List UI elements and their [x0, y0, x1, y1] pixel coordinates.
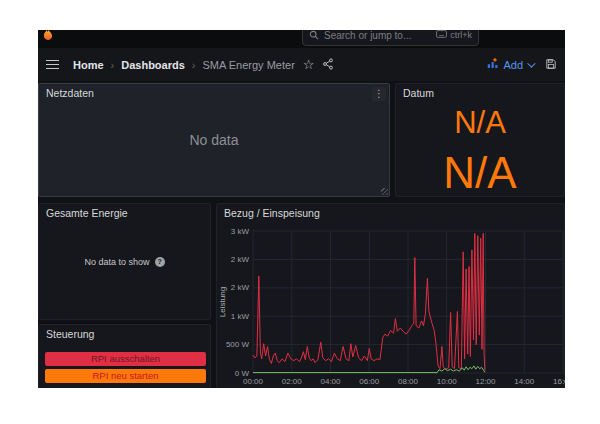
breadcrumb-separator: › — [111, 59, 115, 71]
breadcrumb-home[interactable]: Home — [73, 59, 104, 71]
breadcrumb-separator: › — [192, 59, 196, 71]
svg-text:16:00: 16:00 — [553, 377, 565, 386]
timeseries-chart[interactable]: 3 kW2 kW2 kW1 kW500 W0 W00:0002:0004:000… — [217, 204, 565, 388]
svg-text:14:00: 14:00 — [514, 377, 535, 386]
svg-text:500 W: 500 W — [226, 340, 250, 349]
svg-text:08:00: 08:00 — [398, 377, 419, 386]
svg-text:00:00: 00:00 — [243, 377, 264, 386]
add-panel-icon — [487, 58, 499, 71]
panel-datum: Datum N/A N/A — [395, 83, 565, 197]
svg-text:12:00: 12:00 — [475, 377, 496, 386]
rpi-restart-button[interactable]: RPI neu starten — [45, 369, 206, 383]
svg-text:2 kW: 2 kW — [231, 283, 250, 292]
keyboard-icon — [436, 30, 447, 40]
dashboard-canvas: Netzdaten ⋮ No data Datum N/A N/A Gesamt… — [38, 81, 565, 388]
grafana-logo-icon[interactable] — [41, 30, 55, 45]
svg-text:04:00: 04:00 — [320, 377, 341, 386]
breadcrumb: Home › Dashboards › SMA Energy Meter — [73, 59, 295, 71]
page-background: ctrl+k Home › Dashboards › SMA Energy Me… — [0, 0, 600, 424]
search-field[interactable] — [324, 30, 431, 41]
add-button[interactable]: Add — [487, 58, 533, 71]
no-data-message: No data — [39, 84, 389, 196]
control-buttons: RPI ausschalten RPI neu starten — [45, 352, 206, 383]
rpi-shutdown-button[interactable]: RPI ausschalten — [45, 352, 206, 366]
panel-bezug-einspeisung-title[interactable]: Bezug / Einspeisung — [217, 204, 564, 220]
stat-value-top: N/A — [396, 98, 564, 148]
search-icon — [309, 30, 319, 44]
svg-text:02:00: 02:00 — [282, 377, 303, 386]
no-data-to-show-message: No data to show — [84, 257, 149, 267]
help-icon[interactable]: ? — [155, 257, 165, 267]
chevron-down-icon — [527, 59, 535, 67]
stat-value-bottom: N/A — [396, 148, 564, 198]
svg-text:10:00: 10:00 — [437, 377, 458, 386]
nav-toolbar: Home › Dashboards › SMA Energy Meter ☆ A… — [38, 48, 565, 81]
svg-text:3 kW: 3 kW — [231, 227, 250, 236]
top-header: ctrl+k — [38, 30, 565, 48]
panel-gesamte-energie: Gesamte Energie No data to show ? — [38, 203, 211, 320]
panel-netzdaten: Netzdaten ⋮ No data — [38, 83, 390, 197]
search-shortcut-badge: ctrl+k — [436, 30, 472, 40]
stat-values: N/A N/A — [396, 98, 564, 198]
save-dashboard-icon[interactable] — [545, 58, 557, 72]
panel-steuerung-title[interactable]: Steuerung — [39, 325, 210, 341]
svg-text:Leistung: Leistung — [218, 287, 227, 317]
grafana-app: ctrl+k Home › Dashboards › SMA Energy Me… — [38, 30, 565, 388]
breadcrumb-current-dashboard: SMA Energy Meter — [202, 59, 294, 71]
favorite-star-icon[interactable]: ☆ — [303, 58, 315, 71]
svg-text:1 kW: 1 kW — [231, 312, 250, 321]
share-icon[interactable] — [322, 58, 334, 72]
panel-steuerung: Steuerung RPI ausschalten RPI neu starte… — [38, 324, 211, 388]
panel-bezug-einspeisung: 3 kW2 kW2 kW1 kW500 W0 W00:0002:0004:000… — [216, 203, 565, 388]
panel-resize-handle[interactable] — [381, 188, 388, 195]
svg-text:06:00: 06:00 — [359, 377, 380, 386]
breadcrumb-dashboards[interactable]: Dashboards — [121, 59, 185, 71]
search-input[interactable]: ctrl+k — [302, 30, 479, 46]
svg-text:2 kW: 2 kW — [231, 255, 250, 264]
menu-toggle-icon[interactable] — [46, 60, 59, 69]
